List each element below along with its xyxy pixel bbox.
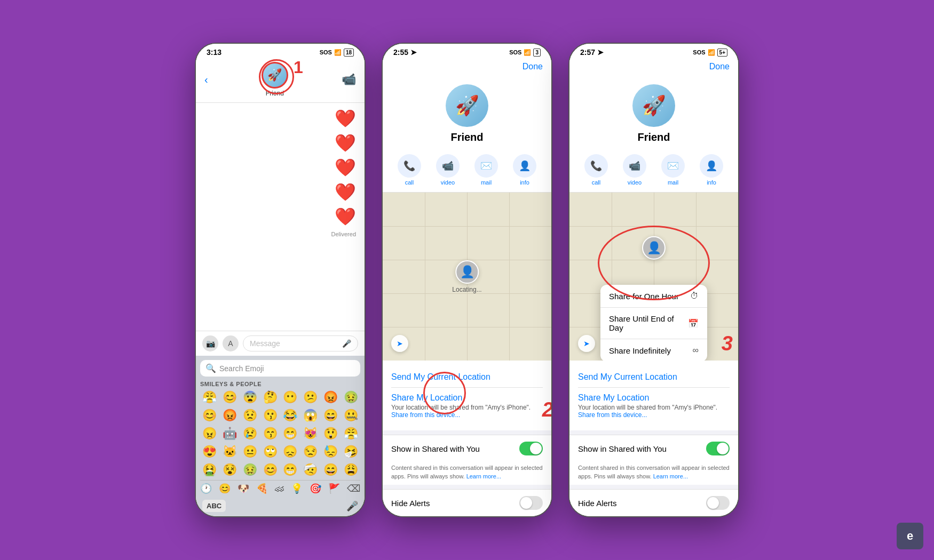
emoji-cell[interactable]: 😲	[321, 426, 341, 442]
mail-action-3[interactable]: ✉️ mail	[657, 154, 689, 186]
emoji-cell[interactable]: 😒	[301, 444, 320, 460]
share-indefinitely-label: Share Indefinitely	[609, 346, 671, 355]
signal-icon-3: 📶	[708, 49, 715, 56]
toggle-on-2[interactable]	[519, 442, 543, 455]
share-link-2[interactable]: Share from this device...	[391, 411, 460, 419]
emoji-cell[interactable]: 😻	[301, 426, 320, 442]
emoji-cell[interactable]: 🤧	[341, 444, 360, 460]
emoji-cell[interactable]: 😡	[321, 389, 341, 405]
emoji-cell[interactable]: 🤐	[341, 407, 360, 423]
call-action-2[interactable]: 📞 call	[393, 154, 425, 186]
hide-alerts-row-2: Hide Alerts	[383, 489, 551, 516]
video-button-1[interactable]: 📹	[342, 73, 356, 86]
emoji-cell[interactable]: 🤖	[220, 426, 240, 442]
emoji-cell[interactable]: 😠	[200, 426, 219, 442]
status-bar-1: 3:13 SOS 📶 18	[196, 44, 365, 59]
nav-arrow-3[interactable]: ➤	[578, 335, 595, 352]
send-current-location-2[interactable]: Send My Current Location	[391, 367, 543, 388]
toggle-on-3[interactable]	[706, 442, 730, 455]
emoji-cell[interactable]: 😐	[241, 444, 260, 460]
emoji-cell[interactable]: 😂	[281, 407, 300, 423]
share-my-location-3[interactable]: Share My Location Your location will be …	[578, 388, 730, 424]
back-button-1[interactable]: ‹	[204, 74, 208, 86]
emoji-cell[interactable]: 😤	[341, 426, 360, 442]
emoji-cell[interactable]: 🤕	[301, 462, 320, 478]
share-end-of-day-option[interactable]: Share Until End of Day 📅	[600, 308, 707, 339]
emoji-cell[interactable]: 🐱	[220, 444, 240, 460]
contact-avatar-1[interactable]: 🚀	[262, 62, 288, 89]
message-input-1[interactable]: Message 🎤	[243, 335, 358, 351]
emoji-cell[interactable]: 😕	[301, 389, 320, 405]
abc-button-1[interactable]: ABC	[202, 500, 226, 512]
emoji-cell[interactable]: 😨	[241, 389, 260, 405]
symbols-emoji-icon[interactable]: 🚩	[328, 483, 340, 494]
emoji-cell[interactable]: 😄	[321, 462, 341, 478]
emoji-cell[interactable]: 🤢	[341, 389, 360, 405]
emoji-button-1[interactable]: A	[223, 335, 239, 351]
emoji-cell[interactable]: 😱	[301, 407, 320, 423]
emoji-cell[interactable]: 😊	[220, 389, 240, 405]
status-bar-2: 2:55 ➤ SOS 📶 3	[383, 44, 551, 59]
call-action-3[interactable]: 📞 call	[580, 154, 612, 186]
emoji-cell[interactable]: 😊	[260, 462, 280, 478]
status-bar-3: 2:57 ➤ SOS 📶 5+	[569, 44, 738, 59]
emoji-cell[interactable]: 😓	[321, 444, 341, 460]
emoji-search-bar-1[interactable]: 🔍 Search Emoji	[200, 360, 360, 377]
emoji-cell[interactable]: 😍	[200, 444, 219, 460]
phone-3: 2:57 ➤ SOS 📶 5+ Done 🚀 Friend 📞	[568, 43, 739, 517]
emoji-cell[interactable]: 😶	[281, 389, 300, 405]
share-link-3[interactable]: Share from this device...	[578, 411, 647, 419]
toggle-off-2[interactable]	[519, 496, 543, 510]
emoji-cell[interactable]: 😁	[281, 462, 300, 478]
camera-button-1[interactable]: 📷	[202, 335, 218, 351]
emoji-cell[interactable]: 🤔	[260, 389, 280, 405]
call-icon-2: 📞	[398, 154, 421, 178]
signal-icon-2: 📶	[524, 49, 531, 56]
emoji-cell[interactable]: 😡	[220, 407, 240, 423]
call-label-3: call	[592, 179, 601, 186]
emoji-cell[interactable]: 😗	[260, 407, 280, 423]
emoji-cell[interactable]: 😟	[241, 407, 260, 423]
emoji-cell[interactable]: 😢	[241, 426, 260, 442]
travel-emoji-icon[interactable]: 🏎	[275, 483, 284, 494]
learn-more-2[interactable]: Learn more...	[466, 473, 501, 479]
done-button-2[interactable]: Done	[523, 62, 543, 71]
food-emoji-icon[interactable]: 🍕	[256, 483, 268, 494]
emoji-cell[interactable]: 😞	[281, 444, 300, 460]
nature-emoji-icon[interactable]: 🐶	[238, 483, 249, 494]
emoji-cell[interactable]: 🙄	[260, 444, 280, 460]
map-area-3: 👤 ➤ Share for One Hour ⏱ Share Until End…	[569, 193, 738, 361]
emoji-cell[interactable]: 😩	[341, 462, 360, 478]
people-emoji-icon[interactable]: 😊	[219, 483, 231, 494]
input-bar-1: 📷 A Message 🎤	[196, 331, 365, 356]
share-one-hour-option[interactable]: Share for One Hour ⏱	[600, 285, 707, 308]
learn-more-3[interactable]: Learn more...	[653, 473, 688, 479]
share-my-location-2[interactable]: Share My Location Your location will be …	[391, 388, 543, 424]
emoji-cell[interactable]: 😤	[200, 389, 219, 405]
toggle-off-3[interactable]	[706, 496, 730, 510]
share-indefinitely-option[interactable]: Share Indefinitely ∞	[600, 339, 707, 361]
emoji-cell[interactable]: 😊	[200, 407, 219, 423]
objects-emoji-icon[interactable]: 🎯	[310, 483, 321, 494]
done-button-3[interactable]: Done	[709, 62, 730, 71]
nav-arrow-2[interactable]: ➤	[391, 335, 408, 352]
emoji-cell[interactable]: 😄	[321, 407, 341, 423]
emoji-cell[interactable]: 😁	[281, 426, 300, 442]
activity-emoji-icon[interactable]: 💡	[291, 483, 303, 494]
send-current-location-3[interactable]: Send My Current Location	[578, 367, 730, 388]
emoji-cell[interactable]: 😵	[220, 462, 240, 478]
mail-action-2[interactable]: ✉️ mail	[470, 154, 502, 186]
done-header-2: Done	[383, 59, 551, 76]
emoji-cell[interactable]: 😙	[260, 426, 280, 442]
info-action-2[interactable]: 👤 info	[509, 154, 541, 186]
emoji-cell[interactable]: 🤢	[241, 462, 260, 478]
video-action-2[interactable]: 📹 video	[432, 154, 464, 186]
delete-icon[interactable]: ⌫	[347, 483, 360, 494]
video-action-3[interactable]: 📹 video	[619, 154, 651, 186]
keyboard-bottom-bar-1: ABC 🎤	[200, 497, 360, 512]
sos-label-1: SOS	[320, 49, 332, 55]
emoji-cell[interactable]: 🤮	[200, 462, 219, 478]
recent-emoji-icon[interactable]: 🕐	[200, 483, 212, 494]
info-action-3[interactable]: 👤 info	[695, 154, 727, 186]
mic-bottom-1[interactable]: 🎤	[346, 500, 358, 512]
